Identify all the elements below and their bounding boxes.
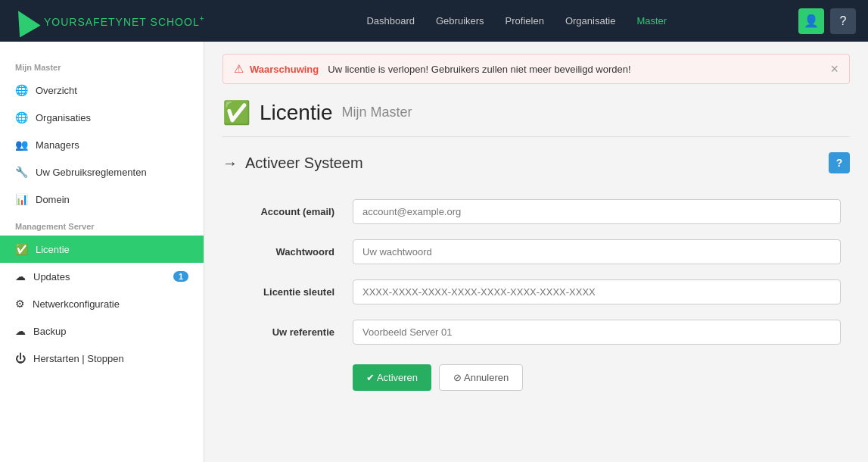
- sidebar-label-overzicht: Overzicht: [36, 85, 77, 96]
- user-icon-button[interactable]: 👤: [798, 8, 824, 34]
- logo-area: YOURSAFETYNET SCHOOL+: [12, 9, 205, 33]
- logo-name: YOURSAFETYNET: [44, 15, 147, 27]
- form-label-licentiesleutel: Licentie sleutel: [222, 272, 344, 312]
- help-icon: ?: [840, 14, 847, 28]
- referentie-input[interactable]: [353, 320, 841, 345]
- logo-icon: [8, 5, 41, 38]
- domein-icon: 📊: [15, 193, 28, 205]
- licentiesleutel-input[interactable]: [353, 279, 841, 304]
- alert-warning-icon: ⚠: [234, 62, 244, 76]
- nav-master[interactable]: Master: [636, 12, 667, 30]
- form-label-account: Account (email): [222, 192, 344, 232]
- sidebar-label-netwerkconfiguratie: Netwerkconfiguratie: [33, 298, 120, 310]
- page-title-sub: Mijn Master: [342, 105, 412, 120]
- form-label-wachtwoord: Wachtwoord: [222, 232, 344, 272]
- backup-icon: ☁: [15, 325, 26, 337]
- nav-dashboard[interactable]: Dashboard: [366, 12, 415, 30]
- sidebar: Mijn Master 🌐 Overzicht 🌐 Organisaties 👥…: [0, 42, 204, 462]
- sidebar-label-herstarten: Herstarten | Stoppen: [33, 353, 124, 364]
- sidebar-label-gebruiksreglementen: Uw Gebruiksreglementen: [36, 167, 147, 178]
- form-row-referentie: Uw referentie: [222, 312, 850, 352]
- sidebar-item-netwerkconfiguratie[interactable]: ⚙ Netwerkconfiguratie: [0, 290, 204, 317]
- sidebar-item-herstarten[interactable]: ⏻ Herstarten | Stoppen: [0, 345, 204, 372]
- sidebar-item-domein[interactable]: 📊 Domein: [0, 186, 204, 213]
- form-label-referentie: Uw referentie: [222, 312, 344, 352]
- user-icon: 👤: [804, 14, 819, 28]
- updates-icon: ☁: [15, 270, 26, 283]
- nav-profielen[interactable]: Profielen: [506, 12, 544, 30]
- sidebar-label-domein: Domein: [36, 194, 70, 205]
- alert-label: Waarschuwing: [250, 64, 319, 75]
- section-help-button[interactable]: ?: [829, 152, 850, 173]
- page-title-area: ✅ Licentie Mijn Master: [222, 99, 850, 126]
- top-navigation: YOURSAFETYNET SCHOOL+ Dashboard Gebruike…: [0, 0, 868, 42]
- layout: Mijn Master 🌐 Overzicht 🌐 Organisaties 👥…: [0, 42, 868, 462]
- logo-suffix: SCHOOL: [147, 15, 200, 27]
- sidebar-item-backup[interactable]: ☁ Backup: [0, 317, 204, 345]
- form-row-wachtwoord: Wachtwoord: [222, 232, 850, 272]
- account-input[interactable]: [353, 199, 841, 224]
- alert-warning: ⚠ Waarschuwing Uw licentie is verlopen! …: [222, 54, 850, 84]
- nav-links: Dashboard Gebruikers Profielen Organisat…: [235, 12, 798, 30]
- form-row-account: Account (email): [222, 192, 850, 232]
- nav-gebruikers[interactable]: Gebruikers: [436, 12, 484, 30]
- sidebar-item-updates[interactable]: ☁ Updates 1: [0, 263, 204, 290]
- sidebar-label-updates: Updates: [33, 271, 70, 283]
- sidebar-item-gebruiksreglementen[interactable]: 🔧 Uw Gebruiksreglementen: [0, 158, 204, 186]
- button-row: ✔ Activeren ⊘ Annuleren: [222, 352, 850, 391]
- page-title: Licentie: [260, 101, 333, 125]
- nav-right: 👤 ?: [798, 8, 856, 34]
- sidebar-item-overzicht[interactable]: 🌐 Overzicht: [0, 76, 204, 104]
- gebruiksreglementen-icon: 🔧: [15, 166, 28, 178]
- alert-close-button[interactable]: ×: [830, 62, 838, 76]
- sidebar-label-backup: Backup: [33, 326, 66, 337]
- managers-icon: 👥: [15, 139, 28, 151]
- alert-message: Uw licentie is verlopen! Gebruikers zull…: [328, 64, 630, 75]
- logo-plus: +: [200, 14, 205, 23]
- sidebar-item-managers[interactable]: 👥 Managers: [0, 131, 204, 158]
- activate-button[interactable]: ✔ Activeren: [353, 364, 431, 391]
- nav-organisatie[interactable]: Organisatie: [565, 12, 615, 30]
- sidebar-label-organisaties: Organisaties: [36, 112, 91, 123]
- section-title-text: Activeer Systeem: [245, 155, 363, 172]
- sidebar-item-organisaties[interactable]: 🌐 Organisaties: [0, 104, 204, 131]
- activation-form: Account (email) Wachtwoord Licentie sleu…: [222, 192, 850, 352]
- logo-text: YOURSAFETYNET SCHOOL+: [44, 14, 205, 28]
- wachtwoord-input[interactable]: [353, 239, 841, 264]
- sidebar-item-licentie[interactable]: ✅ Licentie: [0, 236, 204, 263]
- section-header: → Activeer Systeem ?: [222, 152, 850, 173]
- cancel-button[interactable]: ⊘ Annuleren: [439, 364, 523, 391]
- section-title: → Activeer Systeem: [222, 155, 363, 172]
- licentie-icon: ✅: [15, 243, 28, 255]
- alert-content: ⚠ Waarschuwing Uw licentie is verlopen! …: [234, 62, 631, 76]
- section-arrow-icon: →: [222, 155, 238, 172]
- herstarten-icon: ⏻: [15, 352, 26, 364]
- help-icon-button[interactable]: ?: [830, 8, 856, 34]
- netwerkconfiguratie-icon: ⚙: [15, 298, 25, 310]
- main-content: ⚠ Waarschuwing Uw licentie is verlopen! …: [204, 42, 868, 462]
- overzicht-icon: 🌐: [15, 84, 28, 96]
- sidebar-section-management-server: Management Server: [0, 213, 204, 236]
- sidebar-label-licentie: Licentie: [36, 244, 70, 255]
- sidebar-label-managers: Managers: [36, 139, 79, 151]
- organisaties-icon: 🌐: [15, 111, 28, 123]
- sidebar-section-mijn-master: Mijn Master: [0, 54, 204, 76]
- form-row-licentiesleutel: Licentie sleutel: [222, 272, 850, 312]
- page-title-icon: ✅: [222, 99, 250, 126]
- updates-badge: 1: [173, 271, 188, 282]
- title-divider: [222, 136, 850, 137]
